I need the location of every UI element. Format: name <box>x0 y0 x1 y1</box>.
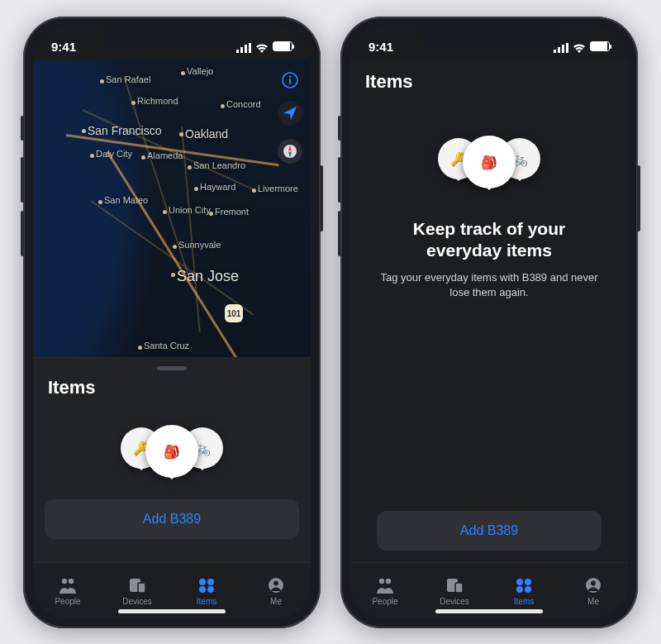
home-indicator[interactable] <box>435 609 543 613</box>
city-label: San Rafael <box>106 74 150 84</box>
devices-icon <box>444 576 465 594</box>
city-dot <box>194 187 198 191</box>
city-label: Fremont <box>215 207 249 217</box>
city-label: Livermore <box>258 184 298 193</box>
tab-label: People <box>55 597 80 606</box>
status-time: 9:41 <box>51 40 76 54</box>
svg-rect-3 <box>249 43 251 53</box>
pin-backpack-icon: 🎒 <box>463 136 516 188</box>
people-icon <box>57 576 78 594</box>
devices-icon <box>126 576 148 594</box>
city-label: Oakland <box>185 127 228 141</box>
people-icon <box>374 576 396 594</box>
svg-point-5 <box>289 76 291 78</box>
svg-point-17 <box>273 580 278 585</box>
svg-point-8 <box>62 578 67 583</box>
wifi-icon <box>255 41 269 51</box>
map-locate-button[interactable] <box>278 101 302 126</box>
add-item-button[interactable]: Add B389 <box>377 511 602 551</box>
items-icon <box>196 576 217 594</box>
svg-point-22 <box>379 578 384 583</box>
add-item-button[interactable]: Add B389 <box>45 499 299 539</box>
city-dot <box>138 346 142 350</box>
phone-right: 9:41 Items 🔑 🎒 🚲 Keep track of your ever… <box>340 17 638 628</box>
city-dot <box>181 71 185 75</box>
city-dot <box>90 154 94 158</box>
city-label: Richmond <box>137 96 178 106</box>
svg-rect-2 <box>245 45 247 53</box>
tab-me[interactable]: Me <box>559 563 628 618</box>
tab-me[interactable]: Me <box>241 563 311 618</box>
battery-icon <box>590 41 610 51</box>
wifi-icon <box>573 41 586 51</box>
status-time: 9:41 <box>369 40 393 54</box>
svg-point-15 <box>207 586 214 593</box>
me-icon <box>265 576 287 594</box>
svg-point-27 <box>525 579 531 585</box>
notch <box>102 26 242 50</box>
svg-point-28 <box>516 586 523 593</box>
svg-point-12 <box>199 579 206 585</box>
city-label: Hayward <box>200 182 235 192</box>
svg-point-14 <box>199 586 206 593</box>
battery-icon <box>273 41 292 51</box>
status-right <box>554 41 610 51</box>
map[interactable]: San RafaelVallejoRichmondConcordSan Fran… <box>33 60 311 357</box>
tab-label: Me <box>270 597 282 606</box>
city-dot <box>141 155 145 160</box>
city-dot <box>82 129 86 133</box>
svg-rect-0 <box>236 50 239 53</box>
tab-label: Items <box>197 597 216 606</box>
items-illustration: 🔑 🎒 🚲 <box>365 136 613 193</box>
svg-point-29 <box>525 586 531 593</box>
svg-rect-21 <box>566 43 568 53</box>
tab-label: Me <box>587 597 599 606</box>
city-dot <box>209 212 213 216</box>
notch <box>419 26 559 50</box>
svg-point-9 <box>69 578 74 583</box>
pin-backpack-icon: 🎒 <box>145 425 198 478</box>
city-dot <box>98 200 102 204</box>
svg-rect-25 <box>455 583 463 593</box>
city-dot <box>221 104 225 108</box>
svg-rect-19 <box>558 47 560 53</box>
city-dot <box>100 79 104 83</box>
items-sheet[interactable]: Items 🔑 🎒 🚲 Add B389 <box>33 357 311 562</box>
items-illustration: 🔑 🎒 🚲 <box>33 425 311 483</box>
svg-point-31 <box>591 580 596 585</box>
city-dot <box>173 245 177 249</box>
tab-label: People <box>372 597 397 606</box>
sheet-title: Items <box>33 377 311 405</box>
items-screen: Items 🔑 🎒 🚲 Keep track of your everyday … <box>350 60 628 562</box>
me-icon <box>583 576 604 594</box>
home-indicator[interactable] <box>118 609 226 613</box>
city-label: Daly City <box>96 149 132 159</box>
svg-point-23 <box>386 578 391 583</box>
svg-rect-20 <box>562 45 564 53</box>
tab-label: Items <box>514 597 534 606</box>
svg-rect-6 <box>289 79 291 84</box>
page-title: Items <box>365 71 613 93</box>
svg-rect-11 <box>138 583 145 593</box>
city-label: Santa Cruz <box>144 341 189 351</box>
tab-label: Devices <box>440 597 469 606</box>
svg-rect-18 <box>554 50 556 53</box>
map-compass-button[interactable] <box>278 139 302 164</box>
city-label: Concord <box>226 99 261 109</box>
city-label: Sunnyvale <box>178 240 221 250</box>
screen: 9:41 Items 🔑 🎒 🚲 Keep track of your ever… <box>350 26 628 618</box>
city-dot <box>171 273 175 277</box>
tab-people[interactable]: People <box>350 563 420 618</box>
hero-title: Keep track of your everyday items <box>382 218 597 262</box>
tab-label: Devices <box>122 597 152 606</box>
svg-point-13 <box>207 579 214 585</box>
phone-left: 9:41 San RafaelVallejoRichmondConcordSan… <box>23 17 321 628</box>
items-icon <box>513 576 535 594</box>
tab-people[interactable]: People <box>33 563 102 618</box>
hero-subtitle: Tag your everyday items with B389 and ne… <box>373 270 605 300</box>
map-info-button[interactable] <box>278 68 302 93</box>
status-right <box>236 41 292 51</box>
city-label: Vallejo <box>187 66 213 76</box>
svg-point-26 <box>516 579 523 585</box>
sheet-grab-handle[interactable] <box>157 366 187 370</box>
